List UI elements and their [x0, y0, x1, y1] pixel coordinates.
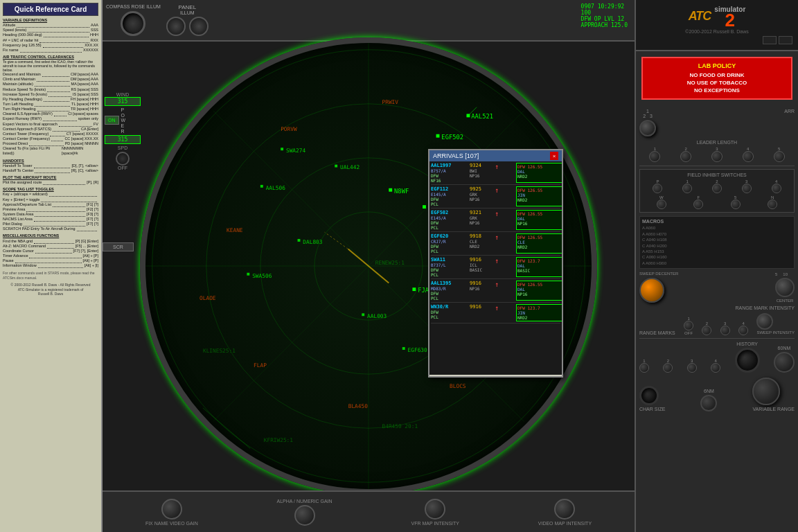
ll-knob-3-col: 3 [711, 147, 722, 162]
alpha-numeric-knob[interactable] [294, 505, 315, 526]
arr-knob[interactable] [639, 120, 656, 136]
fi-n-knob[interactable] [768, 200, 777, 209]
fi-5: 5 [731, 195, 741, 209]
cmd-cleared-to: Cleared To (Fix (also FLt Plt listed))NN… [3, 146, 98, 156]
fi-2-knob[interactable] [712, 184, 722, 193]
panel-label: PANEL [179, 4, 197, 10]
fi-4-knob[interactable] [772, 184, 781, 193]
hist-knob-2[interactable] [663, 363, 673, 373]
svg-text:SWA506: SWA506 [252, 273, 272, 279]
arrival-row-6: AAL1395 MD83/R DFW PCL 9916 NP16 ↑ DFW 1… [431, 281, 560, 303]
fi-1-knob[interactable] [682, 184, 692, 193]
arr-callsign-3: EGF502 E145/A DFW PCL [431, 210, 469, 230]
arr-section: 1 2 3 [639, 109, 656, 136]
ll-knob-4-col: 4 [743, 147, 754, 162]
fi-5-knob[interactable] [731, 200, 741, 209]
hist-knob-4[interactable] [711, 363, 720, 373]
illum-knob-2[interactable] [189, 17, 209, 36]
misc-title: MISCELLANEOUS FUNCTIONS [3, 233, 98, 238]
range-6nm-knob[interactable] [700, 395, 717, 411]
fi-2: 2 [712, 179, 722, 193]
ll-knob-2[interactable] [680, 151, 691, 162]
range-knob-2[interactable] [702, 326, 711, 335]
char-size-knob[interactable] [639, 386, 659, 405]
ll-knob-3[interactable] [711, 151, 722, 162]
illum-knob-1[interactable] [166, 17, 186, 36]
hist-60nm-knob[interactable] [774, 352, 795, 373]
radar-line2: 100 [581, 10, 628, 16]
center-knob[interactable] [775, 278, 795, 297]
video-map-knob[interactable] [554, 499, 575, 520]
arrivals-titlebar[interactable]: ARRIVALS [107] × [429, 150, 562, 161]
scope-scratch: SCRATCH PAD Entry To Air Aircraft During [3, 227, 98, 231]
lab-policy-line3: NO EXCEPTIONS [647, 87, 787, 94]
cmd-vectors: Expect Vectors to final approachFV [3, 122, 98, 127]
arrivals-body[interactable]: AAL1997 B757/A DFW NF16 9324 BWI NP16 ↑ … [429, 161, 562, 375]
sweep-intensity-label: SWEEP INTENSITY [756, 330, 795, 335]
variable-range-knob[interactable] [752, 378, 780, 405]
svg-rect-23 [389, 188, 392, 192]
vfr-knob[interactable] [425, 499, 445, 520]
hist-60nm: 60NM [774, 346, 795, 351]
ll-knob-1-col: 1 [649, 147, 660, 162]
cmd-contact-app: Contact Approach (FSATCS)CA [Enter] [3, 127, 98, 132]
fi-p-knob[interactable] [653, 184, 662, 193]
atc-text: ATC [689, 9, 711, 24]
arr-arrow-7: ↑ [495, 304, 515, 321]
plot-title: PLOT THE AIRCRAFT ROUTE [3, 175, 98, 180]
arr-freq-box-3: DFW 126.55 DAL NP16 [516, 210, 562, 230]
range-knob-1[interactable] [684, 321, 693, 330]
bottom-control-strip: FIX NAME VIDEO GAIN ALPHA / NUMERIC GAIN… [103, 490, 635, 532]
svg-line-51 [325, 232, 348, 249]
cmd-expect: Expect Runway (RWY)spoken only [3, 116, 98, 121]
arr-callsign-4: EGF620 CRJ7/R DFW PCL [431, 233, 469, 254]
atc-title: AIR TRAFFIC CONTROL CLEARANCES [3, 55, 98, 60]
svg-text:FLAP: FLAP [254, 362, 267, 369]
macro-1: A A060 [642, 225, 792, 231]
fix-name-knob[interactable] [161, 499, 182, 520]
svg-rect-11 [423, 205, 426, 209]
fi-f-knob[interactable] [693, 200, 703, 209]
scr-button[interactable]: SCR [103, 242, 134, 251]
range-marks-label: RANGE MARKS [639, 330, 675, 335]
range-mark-section: RANGE MARK INTENSITY [639, 305, 795, 310]
fi-1-label: 1 [682, 179, 692, 184]
fi-3-knob[interactable] [742, 184, 752, 193]
pow-label: POWER [121, 107, 126, 134]
qrc-title: Quick Reference Card [3, 3, 98, 16]
fi-w-knob[interactable] [657, 200, 666, 209]
range-knob-3[interactable] [720, 326, 730, 335]
ll-knob-4[interactable] [743, 151, 754, 162]
var-fix: Fix nameXXXXXX [3, 48, 98, 53]
cmd-cleared-ils: Cleared ILS Approach (RWY)CI [space] spa… [3, 112, 98, 116]
wind-on-btn[interactable]: ON [105, 116, 119, 125]
history-main-knob[interactable] [735, 348, 760, 373]
sweep-intensity-knob[interactable] [756, 313, 773, 330]
fi-w: W [657, 195, 666, 209]
hist-n-2: 2 [663, 359, 673, 363]
spd-label: SPD [105, 145, 141, 150]
wind-knob[interactable] [116, 152, 130, 166]
compass-rose-label: COMPASS ROSE ILLUM [106, 4, 161, 10]
range-knob-4[interactable] [738, 326, 748, 335]
arr-freq-box-6: DFW 126.55 DAL NP16 [516, 281, 562, 301]
simulator-text: simulator 2 [714, 6, 745, 28]
sweep-decenter-knob[interactable] [639, 278, 664, 303]
hist-knob-3[interactable] [687, 363, 697, 373]
wind-direction-display: 315 [105, 97, 141, 106]
compass-rose-knob[interactable] [121, 11, 145, 36]
var-def-title: VARIABLE DEFINITIONS [3, 18, 98, 23]
ll-knob-5[interactable] [774, 151, 785, 162]
ll-knob-1[interactable] [649, 151, 660, 162]
center-radar-panel: COMPASS ROSE ILLUM PANEL ILLUM 0907 10:2… [103, 0, 635, 532]
fi-p-label: P [653, 179, 662, 184]
arrivals-close-button[interactable]: × [550, 152, 558, 160]
ll-num-5: 5 [774, 147, 785, 151]
scope-f5: Pilot Dialog[F7] [?] [3, 222, 98, 227]
hist-knob-1[interactable] [639, 363, 649, 373]
svg-text:PORVW: PORVW [281, 126, 297, 132]
video-map-ctrl: VIDEO MAP INTENSITY [538, 499, 592, 526]
history-row: 1 2 3 4 HISTORY [639, 342, 795, 373]
cmd-turn-left: Turn Left HeadingTL [space] HHH [3, 102, 98, 107]
svg-text:BLOCS: BLOCS [450, 383, 466, 389]
